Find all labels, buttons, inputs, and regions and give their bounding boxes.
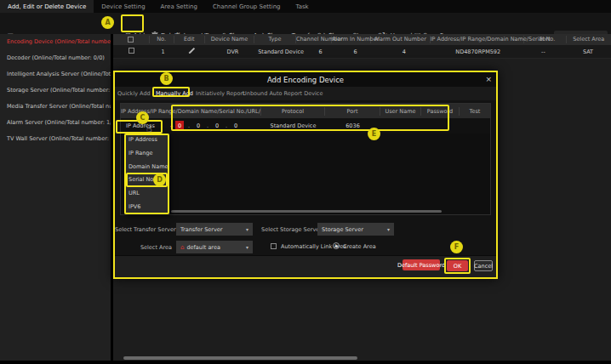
row-port: -- [522,48,565,55]
dcol-test: Test [460,107,490,116]
sidebar-item-intelligent-analysis-server[interactable]: Intelligent Analysis Server (Online/Tota… [0,66,111,82]
ip-octet-2[interactable]: 0 [194,121,203,130]
col-port: Port [524,36,567,43]
sidebar-item-media-transfer-server[interactable]: Media Transfer Server (Online/Total numb… [0,99,111,115]
col-type: Type [254,36,296,43]
default-password-button[interactable]: Default Password [403,259,440,270]
col-no: No. [150,36,174,43]
col-edit: Edit [174,36,205,43]
dialog-device-entry-table: IP Address/IP Range/Domain Name/Serial N… [120,103,491,215]
transfer-server-select[interactable]: Transfer Server ▾ [176,223,253,236]
annotation-marker-b: B [160,72,173,85]
transfer-server-value: Transfer Server [180,226,223,233]
cancel-button[interactable]: Cancel [474,260,493,271]
dcol-password: Password [421,107,460,116]
dropdown-caret-icon: ▾ [170,123,173,129]
col-alarm-out-number: Alarm Out Number [371,36,431,43]
dropdown-option-ip-range[interactable]: IP Range [124,147,169,161]
ip-address-input[interactable]: 0 . 0 . 0 . 0 [175,121,240,130]
row-no: 1 [151,48,176,55]
storage-server-select[interactable]: Storage Server ▾ [317,223,394,236]
sidebar-item-decoder[interactable]: Decoder (Online/Total number: 0/0) [0,50,111,66]
col-device-name: Device Name [205,36,254,43]
dropdown-option-domain-name[interactable]: Domain Name [124,161,169,174]
dialog-title: Add Encoding Device [267,76,344,84]
home-icon: ⌂ [180,244,184,251]
dialog-table-header: IP Address/IP Range/Domain Name/Serial N… [121,104,490,118]
area-value: default area [186,244,220,251]
dcol-port: Port [325,107,380,116]
row-device-name: DVR [208,48,259,55]
tab-device-setting[interactable]: Device Setting [94,0,152,13]
select-storage-server-label: Select Storage Server [261,226,312,233]
dialog-table-row: IP Address ▾ 0 . 0 . 0 . 0 Standard Devi… [121,118,490,134]
annotation-marker-f: F [450,241,463,253]
sidebar-item-encoding-device[interactable]: Encoding Device (Online/Total number: 1/… [0,34,111,50]
col-alarm-in-number: Alarm In Number [332,36,371,43]
dropdown-option-ip-address[interactable]: IP Address [124,134,169,147]
create-area-label: Create Area [343,243,376,250]
add-encoding-device-dialog: Add Encoding Device × Quickly Add Manual… [113,71,498,279]
row-alarm-in: 6 [337,48,374,55]
toolbar: ≡ ⊞ Add Delete ⇅ Import/Export ▾ ⇄ Chang… [0,13,611,34]
row-checkbox[interactable] [113,48,151,55]
area-select[interactable]: ⌂ default area ▾ [176,241,253,253]
tab-task[interactable]: Task [288,0,317,13]
ip-octet-1[interactable]: 0 [175,121,184,130]
dropdown-option-url[interactable]: URL [124,187,169,201]
edit-icon[interactable] [175,47,207,56]
dcol-user-name: User Name [380,107,421,116]
dialog-tab-quickly-add[interactable]: Quickly Add [117,88,151,99]
select-transfer-server-label: Select Transfer Server [115,226,172,233]
ok-button[interactable]: OK [447,260,468,271]
device-type-sidebar: Encoding Device (Online/Total number: 1/… [0,34,111,361]
row-address: ND4870RPM592 [435,48,522,55]
dialog-tab-unbound-auto-report-device[interactable]: Unbound Auto Report Device [243,88,323,99]
select-area-label: Select Area [115,244,172,251]
dialog-tab-manually-add[interactable]: Manually Add [156,88,193,99]
dcol-protocol: Protocol [261,107,325,116]
create-area-radio[interactable] [333,242,340,249]
sidebar-item-alarm-server[interactable]: Alarm Server (Online/Total number: 1/1) [0,115,111,131]
col-channel-number: Channel Number [296,36,332,43]
tab-channel-group-setting[interactable]: Channel Group Setting [205,0,288,13]
annotation-marker-c: C [136,111,149,124]
protocol-value[interactable]: Standard Device [261,118,325,134]
row-channel-number: 6 [304,48,337,55]
chevron-down-icon: ▾ [387,226,390,232]
dialog-horizontal-scrollbar[interactable] [171,210,442,213]
ip-dot: . [203,122,213,129]
hand-cursor-icon: ☝ [146,123,152,134]
automatically-link-area-checkbox[interactable] [271,243,277,249]
sidebar-item-tv-wall-server[interactable]: TV Wall Server (Online/Total number: 1/1… [0,131,111,147]
sidebar-item-storage-server[interactable]: Storage Server (Online/Total number: 1/1… [0,82,111,99]
close-icon[interactable]: × [485,74,492,84]
annotation-marker-e: E [368,128,380,140]
row-select-area: SAT [565,48,611,55]
ip-octet-4[interactable]: 0 [231,121,240,130]
annotation-marker-d: D [153,173,166,186]
chevron-down-icon: ▾ [246,226,248,232]
col-select-area: Select Area [567,36,611,43]
tab-add-edit-delete-device[interactable]: Add, Edit or Delete Device [0,0,94,13]
device-table-header: No. Edit Device Name Type Channel Number… [113,34,611,45]
col-address: IP Address/IP Range/Domain Name/Serial N… [431,36,524,43]
dropdown-option-ipv6[interactable]: IPV6 [124,201,169,214]
storage-server-value: Storage Server [322,226,363,233]
main-horizontal-scrollbar[interactable] [123,356,357,360]
ip-dot: . [184,122,194,129]
tab-area-setting[interactable]: Area Setting [153,0,205,13]
table-row[interactable]: 1 DVR Standard Device 6 6 4 ND4870RPM592… [113,45,611,59]
ip-dot: . [221,122,231,129]
annotation-marker-a: A [101,16,114,29]
row-alarm-out: 4 [374,48,435,55]
chevron-down-icon: ▾ [246,244,248,250]
select-all-checkbox[interactable] [113,36,150,43]
ip-octet-3[interactable]: 0 [213,121,221,130]
top-tab-bar: Add, Edit or Delete Device Device Settin… [0,0,611,13]
row-type: Standard Device [258,48,304,55]
dialog-tab-initiatively-report[interactable]: Initiatively Report [196,88,245,99]
app-window: Add, Edit or Delete Device Device Settin… [0,0,611,364]
